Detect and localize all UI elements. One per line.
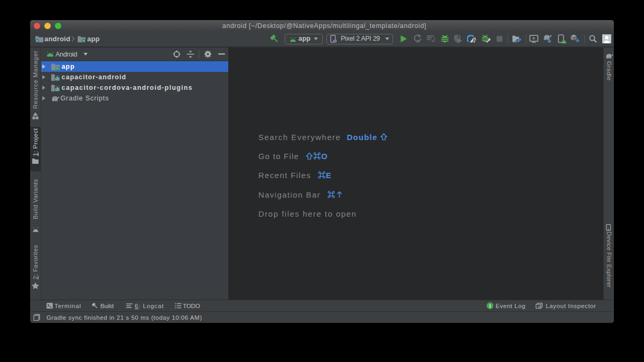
svg-text:1: 1 [489,303,491,309]
svg-text:A: A [416,39,420,43]
